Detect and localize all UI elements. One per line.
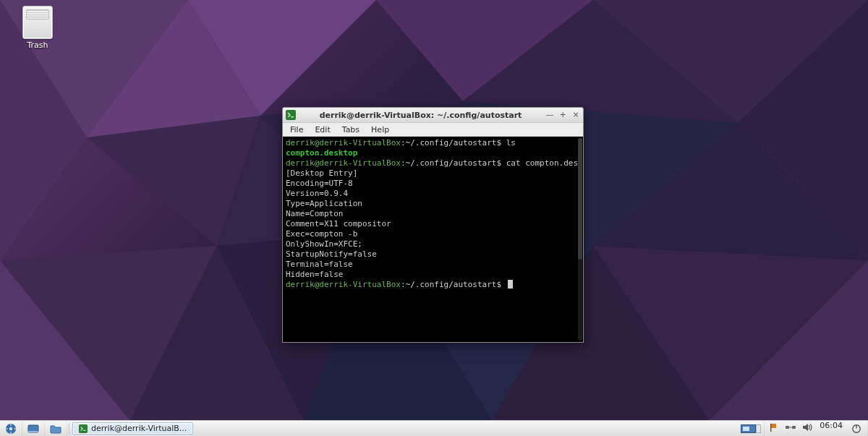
terminal-output[interactable]: derrik@derrik-VirtualBox:~/.config/autos… xyxy=(283,137,583,342)
menu-tabs[interactable]: Tabs xyxy=(338,124,364,135)
terminal-cmd-ls: ls xyxy=(506,138,516,148)
file-line: Comment=X11 compositor xyxy=(286,219,391,228)
prompt-userhost: derrik@derrik-VirtualBox xyxy=(286,138,401,148)
svg-rect-37 xyxy=(789,427,792,428)
file-line: Hidden=false xyxy=(286,270,343,279)
file-line: Version=0.9.4 xyxy=(286,189,348,198)
terminal-app-icon xyxy=(286,110,296,120)
prompt-userhost: derrik@derrik-VirtualBox xyxy=(286,280,401,289)
trash-icon xyxy=(22,6,53,39)
menu-edit[interactable]: Edit xyxy=(310,124,334,135)
terminal-cmd-cat: cat compton.desktop xyxy=(506,158,583,168)
menu-help[interactable]: Help xyxy=(367,124,393,135)
svg-rect-39 xyxy=(856,424,856,428)
panel-separator xyxy=(69,423,69,434)
launcher-icon xyxy=(5,423,17,435)
taskbar-task-terminal[interactable]: derrik@derrik-VirtualB... xyxy=(72,422,193,435)
terminal-ls-output: compton.desktop xyxy=(286,148,357,158)
prompt-userhost: derrik@derrik-VirtualBox xyxy=(286,158,401,168)
svg-rect-28 xyxy=(79,424,88,433)
svg-rect-27 xyxy=(28,431,38,432)
taskbar-panel: derrik@derrik-VirtualB... 06:04 xyxy=(0,420,868,436)
svg-rect-31 xyxy=(757,424,761,432)
launcher-menu-button[interactable] xyxy=(0,421,22,436)
panel-spacer xyxy=(195,421,738,436)
window-maximize-button[interactable]: + xyxy=(558,111,567,119)
svg-rect-34 xyxy=(770,424,772,432)
svg-rect-36 xyxy=(792,426,796,429)
desktop-trash-icon[interactable]: Trash xyxy=(14,6,61,50)
workspace-switcher-icon xyxy=(741,424,761,434)
window-minimize-button[interactable]: — xyxy=(545,111,554,119)
prompt-path: ~/.config/autostart xyxy=(406,158,497,168)
workspace-switcher[interactable] xyxy=(738,421,765,436)
file-line: Encoding=UTF-8 xyxy=(286,179,353,188)
terminal-scrollbar[interactable] xyxy=(578,138,582,341)
terminal-menubar: File Edit Tabs Help xyxy=(283,123,583,137)
prompt-sigil: $ xyxy=(496,280,501,289)
svg-rect-32 xyxy=(743,427,749,431)
file-manager-launcher[interactable] xyxy=(45,421,67,436)
prompt-path: ~/.config/autostart xyxy=(406,280,497,289)
menu-file[interactable]: File xyxy=(286,124,307,135)
file-line: Terminal=false xyxy=(286,260,353,269)
terminal-window[interactable]: derrik@derrik-VirtualBox: ~/.config/auto… xyxy=(282,107,584,343)
panel-clock[interactable]: 06:04 xyxy=(817,421,846,436)
file-line: [Desktop Entry] xyxy=(286,168,357,178)
terminal-app-icon xyxy=(79,424,88,433)
prompt-path: ~/.config/autostart xyxy=(406,138,497,148)
desktop-icon-label: Trash xyxy=(14,40,61,50)
terminal-cursor xyxy=(508,280,513,288)
file-line: Type=Application xyxy=(286,199,362,208)
show-desktop-button[interactable] xyxy=(22,421,45,436)
svg-rect-22 xyxy=(286,110,296,120)
window-titlebar[interactable]: derrik@derrik-VirtualBox: ~/.config/auto… xyxy=(283,108,583,123)
svg-rect-35 xyxy=(786,426,789,429)
session-power-button[interactable] xyxy=(846,421,868,436)
window-title: derrik@derrik-VirtualBox: ~/.config/auto… xyxy=(300,111,541,120)
svg-rect-29 xyxy=(83,429,85,430)
file-manager-icon xyxy=(50,424,61,434)
volume-icon[interactable] xyxy=(802,423,812,434)
prompt-sigil: $ xyxy=(496,158,501,168)
notification-flag-icon[interactable] xyxy=(769,422,779,435)
svg-point-25 xyxy=(9,427,12,429)
prompt-sigil: $ xyxy=(496,138,501,148)
network-icon[interactable] xyxy=(785,423,796,434)
scrollbar-thumb[interactable] xyxy=(578,138,582,260)
taskbar-task-label: derrik@derrik-VirtualB... xyxy=(91,424,187,433)
window-close-button[interactable]: × xyxy=(571,111,580,119)
power-icon xyxy=(851,424,861,434)
file-line: Exec=compton -b xyxy=(286,229,357,239)
system-tray xyxy=(765,421,817,436)
svg-rect-23 xyxy=(291,116,294,117)
file-line: OnlyShowIn=XFCE; xyxy=(286,239,362,249)
file-line: StartupNotify=false xyxy=(286,249,377,259)
file-line: Name=Compton xyxy=(286,209,343,218)
show-desktop-icon xyxy=(27,424,39,434)
